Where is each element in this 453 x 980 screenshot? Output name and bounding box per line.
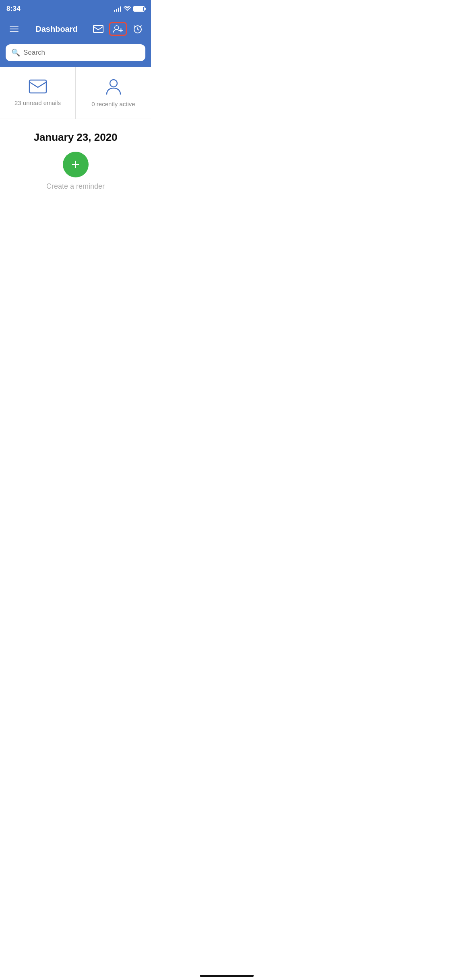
hamburger-button[interactable] bbox=[6, 23, 22, 35]
nav-actions bbox=[91, 22, 145, 36]
recently-active-card[interactable]: 0 recently active bbox=[76, 67, 151, 119]
email-icon bbox=[29, 79, 47, 95]
create-reminder-button[interactable]: + bbox=[63, 152, 89, 177]
stats-row: 23 unread emails 0 recently active bbox=[0, 67, 151, 119]
mail-icon bbox=[93, 25, 103, 33]
svg-rect-5 bbox=[29, 80, 46, 93]
unread-emails-label: 23 unread emails bbox=[14, 99, 61, 106]
unread-emails-card[interactable]: 23 unread emails bbox=[0, 67, 76, 119]
status-icons bbox=[114, 6, 145, 12]
signal-icon bbox=[114, 6, 121, 12]
alarm-button[interactable] bbox=[131, 22, 145, 36]
alarm-icon bbox=[132, 24, 143, 34]
search-input[interactable] bbox=[23, 49, 140, 57]
add-contact-button[interactable] bbox=[109, 22, 127, 36]
search-container: 🔍 bbox=[0, 40, 151, 67]
search-icon: 🔍 bbox=[11, 48, 20, 57]
nav-bar: Dashboard bbox=[0, 18, 151, 40]
add-contact-icon bbox=[112, 25, 124, 33]
wifi-icon bbox=[124, 6, 131, 12]
person-icon bbox=[106, 78, 121, 97]
status-time: 8:34 bbox=[6, 5, 21, 13]
battery-icon bbox=[133, 6, 145, 12]
svg-point-6 bbox=[110, 80, 117, 87]
create-reminder-label: Create a reminder bbox=[46, 182, 105, 191]
mail-button[interactable] bbox=[91, 23, 105, 35]
main-content: January 23, 2020 + Create a reminder bbox=[0, 119, 151, 203]
svg-rect-0 bbox=[93, 25, 103, 33]
status-bar: 8:34 bbox=[0, 0, 151, 18]
hamburger-icon bbox=[8, 24, 20, 34]
date-heading: January 23, 2020 bbox=[33, 131, 117, 144]
search-wrapper: 🔍 bbox=[6, 44, 145, 61]
plus-icon: + bbox=[71, 157, 80, 172]
svg-point-1 bbox=[115, 26, 119, 30]
recently-active-label: 0 recently active bbox=[91, 101, 135, 107]
nav-title: Dashboard bbox=[27, 25, 87, 34]
